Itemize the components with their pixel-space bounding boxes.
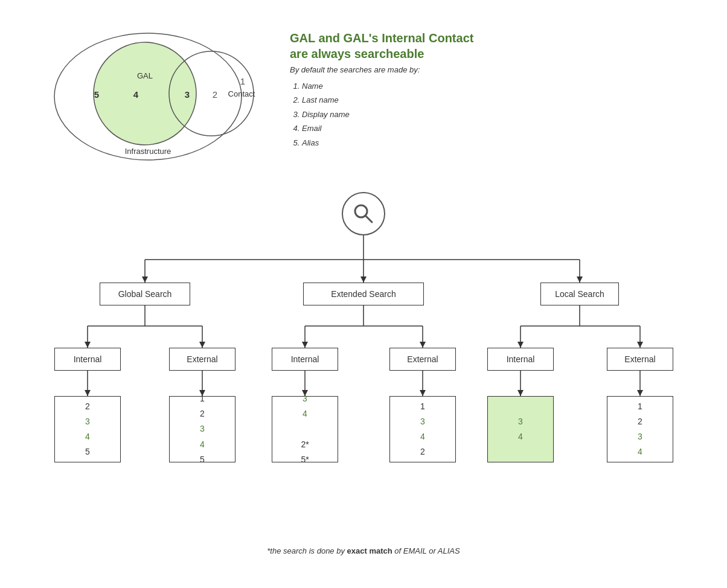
svg-line-50 — [365, 216, 372, 222]
svg-text:3: 3 — [185, 89, 190, 100]
svg-marker-43 — [517, 342, 524, 348]
svg-marker-38 — [420, 390, 426, 396]
list-item-3: Display name — [302, 107, 473, 121]
extended-external-nums: 1 3 4 2 — [389, 396, 456, 462]
svg-marker-48 — [637, 390, 643, 396]
local-external-box: External — [607, 348, 673, 371]
svg-text:5: 5 — [94, 89, 99, 100]
local-internal-nums: 3 4 — [487, 396, 554, 462]
global-external-box: External — [169, 348, 235, 371]
svg-marker-18 — [577, 276, 583, 283]
svg-text:1: 1 — [240, 76, 245, 86]
svg-text:2: 2 — [213, 89, 217, 100]
svg-marker-23 — [85, 342, 91, 348]
diagram-lines — [0, 181, 727, 567]
local-internal-box: Internal — [487, 348, 554, 371]
svg-marker-26 — [85, 390, 91, 396]
svg-text:GAL: GAL — [137, 71, 153, 80]
footer-bold: exact match — [347, 546, 392, 555]
footer-note: *the search is done by exact match of EM… — [0, 546, 727, 555]
list-item-2: Last name — [302, 93, 473, 107]
diagram-section: Global Search Extended Search Local Sear… — [0, 181, 727, 567]
list-item-1: Name — [302, 79, 473, 93]
info-panel: GAL and GAL's Internal Contactare always… — [290, 24, 473, 150]
info-list: Name Last name Display name Email Alias — [290, 79, 473, 150]
svg-point-1 — [94, 42, 196, 145]
svg-text:Infrastructure: Infrastructure — [125, 147, 171, 156]
list-item-4: Email — [302, 121, 473, 135]
global-search-box: Global Search — [100, 283, 190, 305]
svg-marker-34 — [420, 342, 426, 348]
top-section: GAL Infrastructure Contact 5 4 3 2 1 GAL… — [0, 0, 727, 181]
extended-external-box: External — [389, 348, 456, 371]
svg-text:4: 4 — [133, 89, 139, 100]
extended-internal-nums: 3 4 2* 5* — [272, 396, 338, 462]
extended-search-box: Extended Search — [303, 283, 424, 305]
svg-marker-16 — [142, 276, 148, 283]
svg-marker-44 — [637, 342, 643, 348]
global-internal-nums: 2 3 4 5 — [54, 396, 121, 462]
global-internal-box: Internal — [54, 348, 121, 371]
info-title: GAL and GAL's Internal Contactare always… — [290, 30, 473, 62]
svg-marker-46 — [517, 390, 524, 396]
svg-marker-33 — [302, 342, 308, 348]
svg-text:Contact: Contact — [228, 89, 255, 98]
global-external-nums: 1 2 3 4 5 — [169, 396, 235, 462]
search-icon — [342, 192, 385, 235]
svg-marker-17 — [360, 276, 367, 283]
extended-internal-box: Internal — [272, 348, 338, 371]
list-item-5: Alias — [302, 136, 473, 150]
venn-diagram: GAL Infrastructure Contact 5 4 3 2 1 — [36, 24, 266, 169]
local-external-nums: 1 2 3 4 — [607, 396, 673, 462]
local-search-box: Local Search — [540, 283, 619, 305]
info-subtitle: By default the searches are made by: — [290, 65, 473, 74]
svg-marker-24 — [199, 342, 205, 348]
